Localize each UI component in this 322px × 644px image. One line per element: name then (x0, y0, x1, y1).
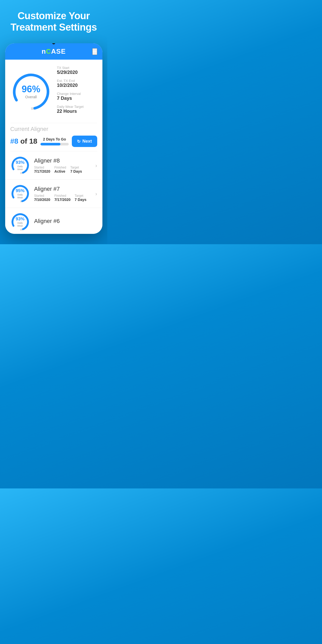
aligner-8-target: Target 7 Days (70, 166, 82, 173)
overall-gauge: 96% Overall (10, 71, 52, 113)
aligner-7-meta: Started 7/10/2020 Finished 7/17/2020 Tar… (34, 194, 91, 202)
edit-button[interactable]: ✏ (92, 48, 97, 55)
page-header: Customize Your Treatment Settings (0, 0, 107, 41)
logo-accent: C (46, 47, 51, 55)
overall-percent: 96% (22, 85, 40, 94)
current-aligner-title: Current Aligner (10, 126, 97, 132)
progress-container: 2 Days To Go (40, 137, 69, 145)
aligner-6-sublabel: Daily Wear (15, 222, 25, 227)
app-logo: nCASE (41, 47, 66, 55)
pencil-icon: ✏ (93, 49, 97, 54)
app-content: 96% Overall TX Start 5/29/2020 Est. TX E… (5, 60, 102, 234)
aligner-number: #8 of 18 (10, 137, 37, 145)
tx-end-value: 10/2/2020 (57, 83, 97, 88)
phone-frame: nCASE ✏ 96% Overall TX St (5, 43, 102, 234)
next-button[interactable]: ↻ Next (72, 136, 97, 147)
aligner-7-sublabel: Daily Wear (15, 193, 25, 199)
aligner-7-target: Target 7 Days (75, 194, 86, 202)
mini-gauge-6-label: 93% Daily Wear (15, 217, 25, 227)
daily-wear-value: 22 Hours (57, 109, 97, 114)
mini-gauge-7-label: 95% Daily Wear (15, 188, 25, 199)
tx-start-value: 5/29/2020 (57, 70, 97, 75)
change-interval-row: Change Interval 7 Days (57, 92, 97, 101)
started-label: Started (34, 166, 50, 169)
tx-start-row: TX Start 5/29/2020 (57, 66, 97, 75)
total-aligner-num: 18 (29, 137, 37, 145)
daily-wear-label: Daily Wear Target (57, 105, 97, 109)
page-title: Customize Your Treatment Settings (8, 10, 100, 33)
camera-notch (52, 43, 55, 44)
tx-end-row: Est. TX End 10/2/2020 (57, 79, 97, 88)
finished-value: 7/17/2020 (54, 198, 71, 202)
chevron-right-icon: › (95, 163, 97, 169)
finished-value: Active (54, 169, 66, 173)
aligner-8-percent: 93% (15, 160, 25, 165)
app-header: nCASE ✏ (5, 43, 102, 60)
list-item[interactable]: 93% Daily Wear Aligner #6 (5, 208, 102, 234)
aligner-7-name: Aligner #7 (34, 186, 91, 192)
progress-bar-fill (40, 143, 60, 145)
target-value: 7 Days (75, 198, 86, 202)
aligner-8-started: Started 7/17/2020 (34, 166, 50, 173)
target-label: Target (70, 166, 82, 169)
stats-section: 96% Overall TX Start 5/29/2020 Est. TX E… (5, 60, 102, 123)
aligner-8-info: Aligner #8 Started 7/17/2020 Finished Ac… (34, 157, 91, 173)
current-aligner-num: #8 (10, 137, 18, 145)
finished-label: Finished (54, 194, 71, 198)
logo-prefix: n (41, 47, 46, 55)
aligner-7-info: Aligner #7 Started 7/10/2020 Finished 7/… (34, 186, 91, 202)
target-label: Target (75, 194, 86, 198)
started-value: 7/10/2020 (34, 198, 50, 202)
aligner-8-sublabel: Daily Wear (15, 165, 25, 171)
change-interval-value: 7 Days (57, 96, 97, 101)
daily-wear-row: Daily Wear Target 22 Hours (57, 105, 97, 114)
tx-end-label: Est. TX End (57, 79, 97, 83)
aligner-row: #8 of 18 2 Days To Go ↻ Next (10, 136, 97, 147)
finished-label: Finished (54, 166, 66, 169)
overall-sublabel: Overall (22, 95, 40, 99)
logo-suffix: ASE (51, 47, 66, 55)
aligner-7-started: Started 7/10/2020 (34, 194, 50, 202)
of-text: of (20, 137, 27, 145)
started-value: 7/17/2020 (34, 169, 50, 173)
aligner-7-gauge: 95% Daily Wear (10, 184, 30, 204)
change-interval-label: Change Interval (57, 92, 97, 96)
aligner-6-percent: 93% (15, 217, 25, 222)
days-to-go: 2 Days To Go (43, 137, 66, 141)
gauge-label: 96% Overall (22, 85, 40, 99)
aligner-8-finished: Finished Active (54, 166, 66, 173)
started-label: Started (34, 194, 50, 198)
chevron-right-icon: › (95, 191, 97, 197)
list-item[interactable]: 93% Daily Wear Aligner #8 Started 7/17/2… (5, 151, 102, 180)
current-aligner-section: Current Aligner #8 of 18 2 Days To Go ↻ … (5, 123, 102, 151)
progress-bar-wrapper (40, 143, 69, 145)
list-item[interactable]: 95% Daily Wear Aligner #7 Started 7/10/2… (5, 180, 102, 208)
aligner-6-name: Aligner #6 (34, 218, 97, 225)
aligner-6-gauge: 93% Daily Wear (10, 212, 30, 232)
tx-start-label: TX Start (57, 66, 97, 70)
aligner-8-gauge: 93% Daily Wear (10, 156, 30, 175)
refresh-icon: ↻ (77, 139, 80, 144)
aligner-8-meta: Started 7/17/2020 Finished Active Target… (34, 166, 91, 173)
aligner-7-percent: 95% (15, 188, 25, 193)
mini-gauge-8-label: 93% Daily Wear (15, 160, 25, 171)
aligner-7-finished: Finished 7/17/2020 (54, 194, 71, 202)
stats-info: TX Start 5/29/2020 Est. TX End 10/2/2020… (57, 66, 97, 118)
target-value: 7 Days (70, 169, 82, 173)
aligner-6-info: Aligner #6 (34, 218, 97, 226)
aligner-list: 93% Daily Wear Aligner #8 Started 7/17/2… (5, 151, 102, 234)
aligner-8-name: Aligner #8 (34, 157, 91, 164)
next-button-label: Next (82, 139, 92, 144)
